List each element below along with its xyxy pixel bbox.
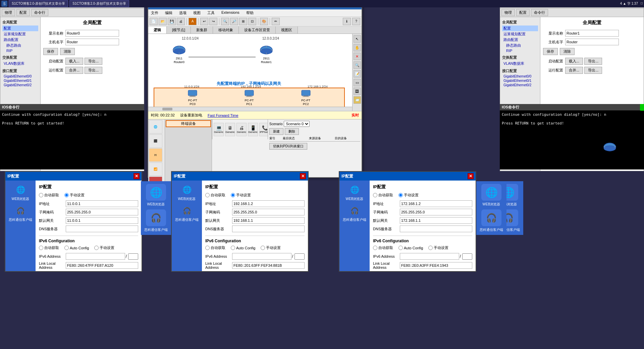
tool-hand[interactable]: ✋: [354, 44, 361, 51]
pc2-icon-cisco[interactable]: 🎧 思科通信客户端: [343, 204, 366, 222]
router1-tab-physical[interactable]: 物理: [501, 9, 515, 16]
router1-device[interactable]: 2911 Router1: [259, 44, 274, 64]
pc2-auto-radio[interactable]: 自动获取: [373, 193, 393, 198]
toolbar-annotate[interactable]: ✏: [272, 18, 280, 25]
pc1-link-local-input[interactable]: [232, 262, 305, 269]
network-scrollbar-h[interactable]: [148, 107, 352, 111]
toolbar-activity[interactable]: A: [189, 18, 197, 25]
pdu-list-btn[interactable]: 切换到PDU列表窗口: [269, 143, 307, 150]
scrollbar-thumb[interactable]: [162, 108, 172, 110]
menu-extensions[interactable]: Extensions: [220, 10, 241, 16]
toolbar-zoom-fit[interactable]: ⊞: [239, 18, 247, 25]
pc2-close-btn[interactable]: ✕: [468, 173, 474, 179]
router0-export-startup-btn[interactable]: 导出...: [85, 58, 102, 65]
dev-cat-routers[interactable]: 🌐: [149, 120, 162, 134]
pc0-device[interactable]: 11.0.0.1/24 PC-PTPC0: [187, 90, 198, 106]
router1-export-startup-btn[interactable]: 导出...: [584, 58, 602, 65]
router1-sidebar-config[interactable]: 配置: [502, 26, 538, 31]
pc2-device[interactable]: 172.168.1.2/24 PC-PTPC2: [301, 90, 311, 106]
tool-shape[interactable]: ▭: [354, 79, 361, 86]
router1-sidebar-vlan[interactable]: VLAN数据库: [502, 61, 538, 66]
cpt-tab-move[interactable]: 移动对象: [213, 27, 239, 34]
router0-hostname-input[interactable]: [65, 39, 119, 45]
pc1-device[interactable]: 192.168.1.2/24 PC-PTPC1: [244, 90, 254, 106]
pc1-close-btn[interactable]: ✕: [300, 173, 306, 179]
router0-tab-physical[interactable]: 物理: [2, 9, 15, 16]
router1-load-btn[interactable]: 载入...: [565, 58, 583, 65]
pc0-close-btn[interactable]: ✕: [133, 173, 140, 179]
pc2-ipv6-auto[interactable]: 自动获取: [373, 245, 393, 250]
pc0-gateway-input[interactable]: [66, 217, 138, 224]
taskbar-item2[interactable]: S1CTO博客2.0-原创IT技术文章分享: [69, 0, 129, 7]
dev-cat-hubs[interactable]: H: [149, 148, 162, 162]
toolbar-palette[interactable]: 🎨: [260, 18, 268, 25]
cpt-tab-logic[interactable]: 逻辑: [148, 27, 167, 34]
dev-cat-wireless[interactable]: 📶: [149, 162, 162, 176]
cpt-tab-cluster[interactable]: 新集群: [191, 27, 213, 34]
pc1-ipv6-addr-input[interactable]: [232, 253, 291, 260]
menu-view[interactable]: 视图: [192, 10, 202, 16]
router0-sidebar-config[interactable]: 配置: [2, 26, 38, 31]
router1-tab-cli[interactable]: 命令行: [531, 9, 548, 16]
tool-note[interactable]: 📝: [354, 70, 361, 78]
toolbar-save[interactable]: 💾: [168, 18, 176, 25]
router1-sidebar-rip[interactable]: RIP: [502, 48, 538, 53]
router1-sidebar-static-routes[interactable]: 静态路由: [502, 43, 538, 48]
dev-generic-2[interactable]: 🖥 Generic: [225, 123, 235, 136]
pc2-mask-input[interactable]: [400, 209, 472, 215]
router0-save-btn[interactable]: 保存: [43, 48, 58, 55]
pc2-link-local-input[interactable]: [400, 262, 472, 269]
pc0-cisco-client-icon[interactable]: 🎧: [146, 209, 166, 226]
pc1-auto-radio[interactable]: 自动获取: [205, 193, 225, 198]
pc0-ip-input[interactable]: [66, 200, 138, 207]
toolbar-open[interactable]: 📂: [159, 18, 167, 25]
toolbar-undo[interactable]: ↩: [200, 18, 208, 25]
router1-tab-config[interactable]: 配置: [516, 9, 530, 16]
toolbar-zoom-reset[interactable]: ⊡: [248, 18, 256, 25]
pc2-cisco-client-icon[interactable]: 🎧: [481, 209, 501, 226]
router0-display-name-input[interactable]: [65, 30, 119, 37]
toolbar-new[interactable]: 📄: [150, 18, 158, 25]
toolbar-redo[interactable]: ↪: [209, 18, 217, 25]
router0-sidebar-static-routes[interactable]: 静态路由: [2, 43, 38, 48]
pc1-dns-input[interactable]: [232, 226, 305, 232]
router1-sidebar-ge01[interactable]: GigabitEthernet0/1: [502, 79, 538, 83]
pc0-icon-cisco[interactable]: 🎧 思科通信客户端: [9, 204, 32, 222]
router0-sidebar-ge01[interactable]: GigabitEthernet0/1: [2, 79, 38, 83]
router0-tab-config[interactable]: 配置: [16, 9, 30, 16]
router0-merge-btn[interactable]: 合并...: [65, 67, 83, 74]
pc2-gateway-input[interactable]: [400, 217, 472, 224]
router0-sidebar-rip[interactable]: RIP: [2, 48, 38, 53]
pc0-ipv6-autoconfig[interactable]: Auto Config: [64, 246, 89, 250]
pc1-manual-radio[interactable]: 手动设置: [231, 193, 251, 198]
router0-ios-console[interactable]: Continue with configuration dialog? [yes…: [0, 110, 144, 169]
scenario-new-btn[interactable]: 新建: [269, 128, 283, 135]
menu-edit[interactable]: 编辑: [164, 10, 174, 16]
pc1-gateway-input[interactable]: [232, 217, 305, 224]
pc2-ip-input[interactable]: [400, 200, 472, 207]
pc1-ipv6-auto[interactable]: 自动获取: [205, 245, 225, 250]
router1-sidebar-routing-rules[interactable]: 运算规划配置: [502, 31, 538, 37]
router0-sidebar-vlan[interactable]: VLAN数据库: [2, 61, 38, 66]
pc1-ip-input[interactable]: [232, 200, 305, 207]
router0-sidebar-ge02[interactable]: GigabitEthernet0/2: [2, 83, 38, 87]
toolbar-zoom-in[interactable]: 🔍: [221, 18, 229, 25]
toolbar-print[interactable]: 🖨: [177, 18, 185, 25]
router1-display-name-input[interactable]: [565, 30, 619, 37]
tool-image[interactable]: 🖼: [354, 88, 361, 95]
router1-sidebar-ge00[interactable]: GigabitEthernet0/0: [502, 74, 538, 79]
pc0-web-browser-icon[interactable]: 🌐: [146, 184, 166, 201]
dev-generic-4[interactable]: 📱 Generic: [248, 123, 258, 136]
toolbar-help[interactable]: ?: [352, 18, 360, 25]
pc2-manual-radio[interactable]: 手动设置: [398, 193, 419, 198]
pc2-ipv6-manual[interactable]: 手动设置: [428, 245, 448, 250]
router0-tab-cli[interactable]: 命令行: [31, 9, 48, 16]
pc0-link-local-input[interactable]: [66, 262, 138, 269]
pc1-icon-cisco[interactable]: 🎧 思科通信客户端: [175, 204, 199, 222]
pc0-ipv6-manual[interactable]: 手动设置: [94, 245, 114, 250]
router1-export-running-btn[interactable]: 导出...: [584, 67, 602, 74]
router0-load-btn[interactable]: 载入...: [65, 58, 83, 65]
router0-export-running-btn[interactable]: 导出...: [85, 67, 102, 74]
router1-standalone-device[interactable]: 2911Router1: [602, 141, 617, 161]
router1-sidebar-routing[interactable]: 路由配置: [502, 37, 538, 43]
